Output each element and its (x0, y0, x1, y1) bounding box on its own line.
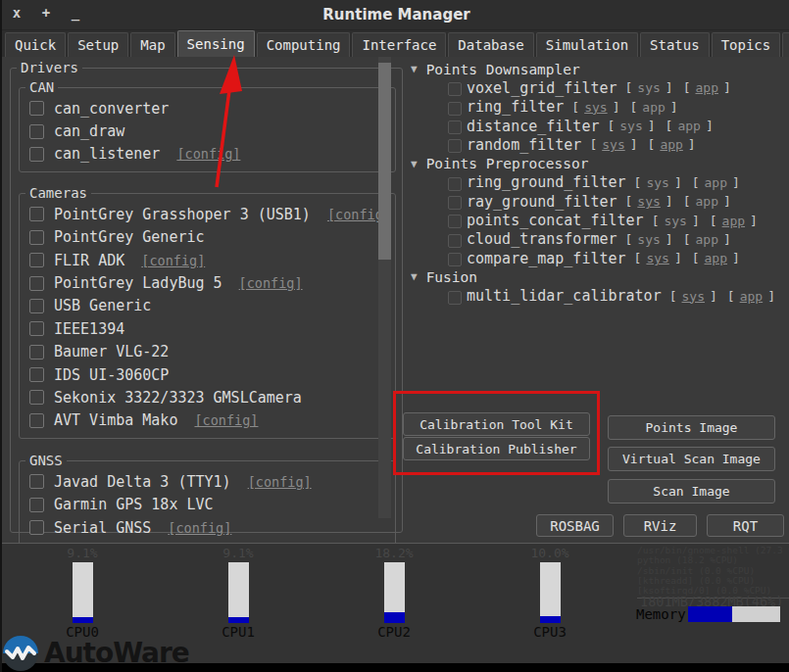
scrollbar-thumb[interactable] (378, 63, 391, 260)
checkbox-garmin-gps18x[interactable] (29, 498, 44, 512)
checkbox-compare-map-filter[interactable] (448, 253, 462, 266)
checkbox-pointgrey-generic[interactable] (29, 230, 44, 245)
checkbox-can-draw[interactable] (29, 124, 44, 139)
rqt-button[interactable]: RQT (707, 514, 784, 537)
tree-item: cloud_transformer [sys][app] (398, 230, 789, 249)
bracket: [ (692, 175, 700, 190)
checkbox-pointgrey-ladybug[interactable] (29, 276, 44, 291)
checkbox-ieee1394[interactable] (29, 321, 44, 336)
checkbox-ray-ground-filter[interactable] (448, 196, 462, 210)
rosbag-button[interactable]: ROSBAG (536, 514, 614, 537)
checkbox-ring-ground-filter[interactable] (448, 177, 462, 191)
checkbox-serial-gnss[interactable] (29, 520, 44, 535)
app-link[interactable]: app (740, 289, 763, 304)
tab-computing[interactable]: Computing (257, 32, 351, 57)
bracket: ] (674, 251, 682, 265)
config-link[interactable]: [config] (248, 474, 312, 490)
checkbox-sekonix-gmsl[interactable] (29, 390, 44, 405)
checkbox-baumer-vlg22[interactable] (29, 345, 44, 360)
bracket: ] (767, 289, 775, 304)
driver-row: PointGrey Generic (24, 226, 391, 249)
cpu3-percent: 10.0% (520, 546, 579, 562)
app-link[interactable]: app (660, 137, 682, 152)
tree-item: multi_lidar_calibrator [sys][app] (398, 287, 789, 306)
tree-item-label: voxel_grid_filter (467, 79, 617, 97)
tab-database[interactable]: Database (448, 32, 533, 57)
virtual-scan-image-button[interactable]: Virtual Scan Image (608, 447, 775, 471)
app-link[interactable]: app (705, 251, 727, 265)
checkbox-voxel-grid-filter[interactable] (448, 82, 462, 96)
sys-link[interactable]: sys (602, 137, 624, 152)
bracket: [ (589, 137, 597, 152)
checkbox-ids-ui3060cp[interactable] (29, 367, 44, 382)
driver-row: PointGrey Grasshoper 3 (USB1) [config] (24, 203, 391, 225)
config-link[interactable]: [config] (141, 253, 205, 268)
memory-label: Memory (636, 606, 686, 622)
config-link[interactable]: [config] (176, 146, 240, 162)
config-link[interactable]: [config] (239, 275, 303, 291)
calibration-tool-kit-button[interactable]: Calibration Tool Kit (403, 412, 590, 436)
driver-label: USB Generic (54, 297, 151, 314)
checkbox-can-converter[interactable] (29, 101, 44, 116)
cpu2-gauge: 18.2% CPU2 (365, 546, 423, 640)
checkbox-random-filter[interactable] (448, 139, 462, 153)
driver-label: PointGrey Grasshoper 3 (USB1) (54, 206, 311, 223)
bracket: ] (674, 175, 682, 190)
tab-quick-start[interactable]: Quick Start (5, 32, 66, 57)
sys-link[interactable]: sys (682, 289, 705, 304)
collapse-triangle-icon[interactable]: ▼ (411, 270, 418, 283)
tab-status[interactable]: Status (640, 32, 710, 57)
title-bar: x + _ Runtime Manager (2, 0, 789, 30)
points-image-button[interactable]: Points Image (608, 415, 775, 440)
tree-item: voxel_grid_filter [sys][app] (398, 78, 789, 97)
driver-label: Sekonix 3322/3323 GMSLCamera (54, 389, 302, 407)
app-link: app (696, 194, 718, 209)
config-link[interactable]: [config] (194, 412, 258, 428)
collapse-triangle-icon[interactable]: ▼ (411, 63, 418, 75)
tab-simulation[interactable]: Simulation (536, 32, 638, 57)
sys-link: sys (637, 80, 660, 95)
tab-interface[interactable]: Interface (352, 32, 446, 57)
checkbox-can-listener[interactable] (29, 147, 44, 162)
checkbox-avt-vimba-mako[interactable] (29, 413, 44, 428)
app-link[interactable]: app (722, 214, 745, 228)
can-groupbox: CAN can_converter can_draw can_listener … (19, 79, 396, 172)
checkbox-flir-adk[interactable] (29, 253, 44, 267)
sys-link[interactable]: sys (637, 194, 660, 209)
bracket: ] (648, 119, 656, 133)
tab-topics[interactable]: Topics (712, 32, 781, 57)
checkbox-points-concat-filter[interactable] (448, 215, 462, 228)
tab-state[interactable]: State (782, 32, 789, 57)
collapse-triangle-icon[interactable]: ▼ (411, 158, 418, 170)
bracket: ] (666, 194, 673, 209)
top-process-list: /usr/bin/gnome-shell (27.3 %CPU python (… (637, 546, 789, 599)
cpu2-percent: 18.2% (365, 546, 423, 562)
checkbox-javad-delta3[interactable] (29, 474, 44, 489)
driver-label: Baumer VLG-22 (54, 343, 169, 360)
rviz-button[interactable]: RViz (623, 514, 697, 537)
driver-label: IEEE1394 (54, 320, 124, 338)
checkbox-cloud-transformer[interactable] (448, 234, 462, 248)
driver-label: PointGrey Generic (54, 228, 205, 246)
driver-row: can_draw (24, 120, 391, 142)
tab-map[interactable]: Map (130, 32, 174, 57)
sys-link[interactable]: sys (646, 251, 668, 265)
checkbox-distance-filter[interactable] (448, 120, 462, 134)
tab-setup[interactable]: Setup (68, 32, 128, 57)
vertical-scrollbar[interactable] (378, 57, 391, 518)
app-link[interactable]: app (696, 80, 718, 95)
calibration-publisher-button[interactable]: Calibration Publisher (403, 437, 590, 460)
sys-link[interactable]: sys (584, 100, 607, 115)
config-link[interactable]: [config] (168, 520, 231, 536)
tab-sensing[interactable]: Sensing (177, 30, 255, 57)
scan-image-button[interactable]: Scan Image (608, 479, 775, 504)
checkbox-pointgrey-grasshoper[interactable] (29, 207, 44, 221)
cpu3-label: CPU3 (520, 624, 579, 640)
driver-label: PointGrey LadyBug 5 (54, 274, 222, 292)
checkbox-ring-filter[interactable] (448, 102, 462, 116)
checkbox-usb-generic[interactable] (29, 299, 44, 313)
tree-section-label: Points Preprocessor (426, 156, 589, 171)
cpu0-fill (73, 617, 93, 623)
checkbox-multi-lidar-calibrator[interactable] (448, 291, 462, 305)
drivers-groupbox: Drivers CAN can_converter can_draw can_l… (10, 60, 403, 533)
